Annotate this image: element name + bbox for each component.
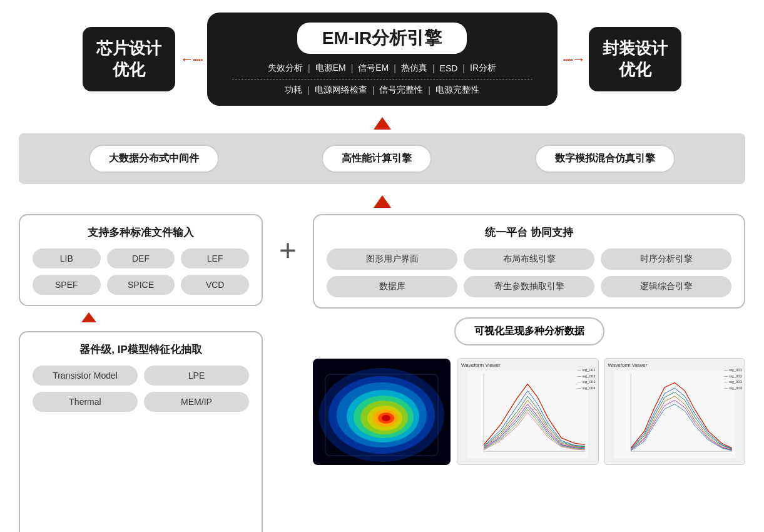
mixed-sim-pill: 数字模拟混合仿真引擎 <box>535 145 675 173</box>
plus-divider: + <box>275 214 300 267</box>
viz-images: Waveform Viewer <box>313 358 745 465</box>
platform-title: 统一平台 协同支持 <box>327 225 731 240</box>
arrow-left: ←····· <box>175 51 207 68</box>
em-ir-engine-box: EM-IR分析引擎 失效分析 | 电源EM | 信号EM | 热仿真 | ESD… <box>207 13 558 106</box>
em-ir-title: EM-IR分析引擎 <box>322 28 442 48</box>
middleware-pill: 大数据分布式中间件 <box>89 145 219 173</box>
tag-spef: SPEF <box>33 275 101 295</box>
em-ir-row1: 失效分析 | 电源EM | 信号EM | 热仿真 | ESD | IR分析 <box>232 63 532 79</box>
feature-fail: 失效分析 <box>268 63 303 74</box>
arrow-up-triangle-2 <box>374 195 391 208</box>
thermal-heatmap <box>313 359 451 465</box>
svg-point-10 <box>382 415 390 421</box>
tag-def: DEF <box>107 248 175 269</box>
viz-section: 可视化呈现多种分析数据 <box>313 317 745 465</box>
bottom-section: 支持多种标准文件输入 LIB DEF LEF SPEF SPICE VCD 器件… <box>19 214 745 532</box>
tag-thermal: Thermal <box>33 392 138 412</box>
model-tags-grid: Transistor Model LPE Thermal MEM/IP <box>33 366 249 412</box>
waveform-title-2: Waveform Viewer <box>608 362 648 368</box>
left-column: 支持多种标准文件输入 LIB DEF LEF SPEF SPICE VCD 器件… <box>19 214 263 532</box>
tag-timing: 时序分析引擎 <box>601 248 731 270</box>
tag-logic: 逻辑综合引擎 <box>601 276 731 297</box>
em-ir-features: 失效分析 | 电源EM | 信号EM | 热仿真 | ESD | IR分析 功耗… <box>232 63 532 96</box>
tag-layout: 布局布线引擎 <box>464 248 594 270</box>
feature-power: 功耗 <box>285 84 302 96</box>
arrow-up-triangle-1 <box>374 117 391 130</box>
waveform-header-1: Waveform Viewer <box>461 362 594 368</box>
waveform-box-1: Waveform Viewer <box>457 358 599 465</box>
waveform-panel: Waveform Viewer <box>457 358 745 465</box>
feature-thermal: 热仿真 <box>401 63 427 74</box>
tag-gui: 图形用户界面 <box>327 248 457 270</box>
feature-ir: IR分析 <box>470 63 496 74</box>
waveform-title-1: Waveform Viewer <box>461 362 501 368</box>
tag-parasitic: 寄生参数抽取引擎 <box>464 276 594 297</box>
feature-power-em: 电源EM <box>315 63 346 74</box>
model-title: 器件级, IP模型特征化抽取 <box>33 342 249 357</box>
top-row: 芯片设计 优化 ←····· EM-IR分析引擎 失效分析 | 电源EM | 信… <box>19 13 745 106</box>
tag-spice: SPICE <box>107 275 175 295</box>
tag-lef: LEF <box>181 248 249 269</box>
model-box: 器件级, IP模型特征化抽取 Transistor Model LPE Ther… <box>19 331 263 532</box>
feature-power-integrity: 电源完整性 <box>435 84 479 96</box>
main-container: 芯片设计 优化 ←····· EM-IR分析引擎 失效分析 | 电源EM | 信… <box>0 0 764 532</box>
tag-transistor: Transistor Model <box>33 366 138 386</box>
feature-signal-em: 信号EM <box>358 63 389 74</box>
compute-engine-pill: 高性能计算引擎 <box>322 145 432 173</box>
platform-box: 统一平台 协同支持 图形用户界面 布局布线引擎 时序分析引擎 数据库 寄生参数抽… <box>313 214 745 309</box>
arrow-up-1 <box>19 117 745 130</box>
feature-signal-integrity: 信号完整性 <box>379 84 423 96</box>
small-arrow-triangle <box>81 312 96 322</box>
arrow-up-2 <box>19 195 745 208</box>
feature-esd: ESD <box>440 63 458 73</box>
middle-band: 大数据分布式中间件 高性能计算引擎 数字模拟混合仿真引擎 <box>19 133 745 184</box>
em-ir-title-container: EM-IR分析引擎 <box>297 23 467 54</box>
em-ir-row2: 功耗 | 电源网络检查 | 信号完整性 | 电源完整性 <box>232 84 532 96</box>
viz-title: 可视化呈现多种分析数据 <box>454 317 604 345</box>
tag-lpe: LPE <box>144 366 249 386</box>
arrow-right: ·····→ <box>558 51 589 68</box>
file-input-box: 支持多种标准文件输入 LIB DEF LEF SPEF SPICE VCD <box>19 214 263 306</box>
package-design-box: 封装设计 优化 <box>589 27 681 92</box>
file-tags-grid: LIB DEF LEF SPEF SPICE VCD <box>33 248 249 295</box>
waveform-header-2: Waveform Viewer <box>608 362 741 368</box>
tag-lib: LIB <box>33 248 101 269</box>
feature-net-check: 电源网络检查 <box>315 84 367 96</box>
file-input-title: 支持多种标准文件输入 <box>33 225 249 240</box>
chip-design-box: 芯片设计 优化 <box>83 27 175 92</box>
small-arrow-up <box>19 312 263 322</box>
waveform-box-2: Waveform Viewer <box>604 358 746 465</box>
right-column: 统一平台 协同支持 图形用户界面 布局布线引擎 时序分析引擎 数据库 寄生参数抽… <box>313 214 745 465</box>
tag-vcd: VCD <box>181 275 249 295</box>
tag-db: 数据库 <box>327 276 457 297</box>
tag-mem-ip: MEM/IP <box>144 392 249 412</box>
platform-grid: 图形用户界面 布局布线引擎 时序分析引擎 数据库 寄生参数抽取引擎 逻辑综合引擎 <box>327 248 731 297</box>
